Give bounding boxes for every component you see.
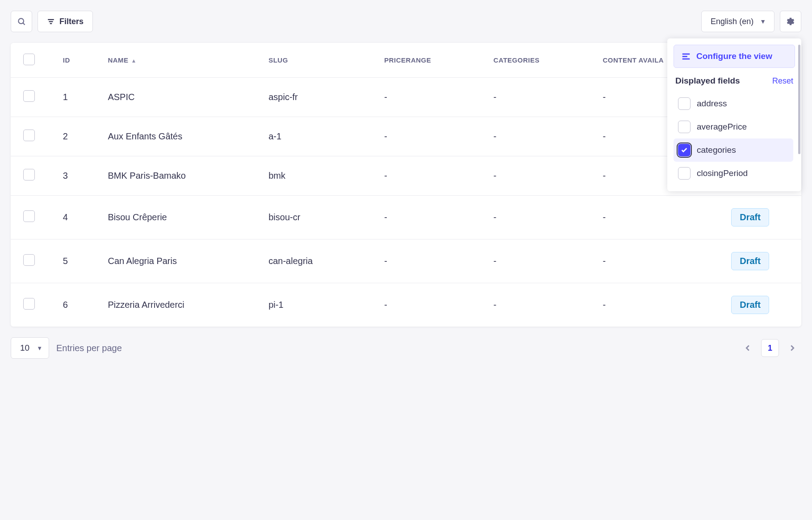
cell-categories: - — [486, 78, 596, 117]
field-option-closingPeriod[interactable]: closingPeriod — [674, 162, 793, 185]
status-badge: Draft — [731, 252, 769, 270]
filters-button[interactable]: Filters — [38, 11, 93, 32]
header-categories[interactable]: CATEGORIES — [486, 43, 596, 78]
language-select[interactable]: English (en) ▼ — [701, 11, 774, 32]
cell-slug: bmk — [261, 156, 377, 196]
field-label: address — [697, 99, 727, 109]
header-name[interactable]: NAME▲ — [100, 43, 261, 78]
row-checkbox[interactable] — [23, 210, 35, 222]
chevron-down-icon: ▼ — [760, 18, 766, 25]
cell-slug: aspic-fr — [261, 78, 377, 117]
field-checkbox[interactable] — [678, 97, 691, 110]
chevron-right-icon — [787, 343, 797, 353]
table-row[interactable]: 5 Can Alegria Paris can-alegria - - - Dr… — [11, 239, 801, 283]
cell-name: Pizzeria Arrivederci — [100, 283, 261, 327]
svg-rect-6 — [682, 56, 687, 57]
field-checkbox[interactable] — [678, 144, 691, 156]
svg-rect-3 — [49, 21, 53, 22]
sort-asc-icon: ▲ — [131, 58, 137, 64]
svg-rect-5 — [682, 54, 690, 55]
field-option-address[interactable]: address — [674, 92, 793, 115]
row-checkbox[interactable] — [23, 169, 35, 180]
svg-rect-7 — [682, 59, 690, 60]
popover-header: Displayed fields Reset — [674, 76, 795, 86]
reset-button[interactable]: Reset — [772, 76, 793, 86]
language-value: English (en) — [711, 17, 753, 26]
table-footer: 10 ▼ Entries per page 1 — [11, 337, 801, 359]
cell-categories: - — [486, 117, 596, 156]
filters-label: Filters — [59, 17, 84, 26]
search-icon — [17, 17, 26, 26]
header-checkbox-cell — [11, 43, 56, 78]
table-row[interactable]: 4 Bisou Crêperie bisou-cr - - - Draft — [11, 196, 801, 239]
select-all-checkbox[interactable] — [23, 54, 35, 65]
cell-id: 4 — [56, 196, 101, 239]
svg-rect-4 — [50, 23, 52, 24]
cell-content: - — [595, 283, 724, 327]
cell-name: Bisou Crêperie — [100, 196, 261, 239]
toolbar-right: English (en) ▼ — [701, 11, 801, 32]
field-label: averagePrice — [697, 122, 747, 132]
cell-id: 5 — [56, 239, 101, 283]
cell-slug: can-alegria — [261, 239, 377, 283]
row-checkbox[interactable] — [23, 298, 35, 310]
status-badge: Draft — [731, 296, 769, 314]
field-label: categories — [697, 145, 736, 155]
field-option-averagePrice[interactable]: averagePrice — [674, 115, 793, 138]
filter-icon — [47, 17, 55, 25]
row-checkbox[interactable] — [23, 130, 35, 141]
cell-categories: - — [486, 196, 596, 239]
cell-id: 1 — [56, 78, 101, 117]
cell-categories: - — [486, 156, 596, 196]
field-list: address averagePrice categories closingP… — [674, 92, 795, 185]
gear-icon — [786, 17, 795, 26]
configure-view-label: Configure the view — [696, 51, 772, 61]
prev-page-button[interactable] — [739, 339, 757, 357]
cell-name: Can Alegria Paris — [100, 239, 261, 283]
page-size-select[interactable]: 10 ▼ — [11, 337, 49, 359]
status-badge: Draft — [731, 208, 769, 226]
view-settings-popover: Configure the view Displayed fields Rese… — [667, 38, 801, 191]
cell-id: 3 — [56, 156, 101, 196]
cell-pricerange: - — [377, 239, 486, 283]
pagination: 1 — [739, 339, 801, 357]
header-id[interactable]: ID — [56, 43, 101, 78]
data-table-card: ID NAME▲ SLUG PRICERANGE CATEGORIES CONT… — [11, 43, 801, 327]
current-page[interactable]: 1 — [761, 339, 779, 357]
cell-content: - — [595, 196, 724, 239]
configure-view-button[interactable]: Configure the view — [674, 45, 795, 68]
field-checkbox[interactable] — [678, 167, 691, 180]
next-page-button[interactable] — [783, 339, 801, 357]
cell-categories: - — [486, 283, 596, 327]
cell-pricerange: - — [377, 78, 486, 117]
cell-pricerange: - — [377, 196, 486, 239]
table-row[interactable]: 6 Pizzeria Arrivederci pi-1 - - - Draft — [11, 283, 801, 327]
settings-button[interactable] — [780, 11, 801, 32]
displayed-fields-title: Displayed fields — [675, 76, 740, 86]
header-pricerange[interactable]: PRICERANGE — [377, 43, 486, 78]
cell-slug: pi-1 — [261, 283, 377, 327]
cell-pricerange: - — [377, 156, 486, 196]
field-option-categories[interactable]: categories — [674, 138, 793, 162]
row-checkbox[interactable] — [23, 90, 35, 102]
header-slug[interactable]: SLUG — [261, 43, 377, 78]
cell-slug: bisou-cr — [261, 196, 377, 239]
layout-icon — [681, 51, 691, 61]
cell-name: ASPIC — [100, 78, 261, 117]
field-label: closingPeriod — [697, 168, 748, 178]
cell-id: 6 — [56, 283, 101, 327]
cell-pricerange: - — [377, 283, 486, 327]
toolbar: Filters English (en) ▼ — [11, 11, 801, 32]
row-checkbox[interactable] — [23, 254, 35, 266]
cell-state: Draft — [724, 283, 801, 327]
cell-id: 2 — [56, 117, 101, 156]
popover-scrollbar[interactable] — [798, 45, 800, 185]
chevron-left-icon — [743, 343, 753, 353]
field-checkbox[interactable] — [678, 121, 691, 133]
search-button[interactable] — [11, 11, 32, 32]
cell-state: Draft — [724, 239, 801, 283]
svg-rect-2 — [48, 19, 54, 20]
toolbar-left: Filters — [11, 11, 93, 32]
page-size-value: 10 — [20, 343, 29, 353]
cell-categories: - — [486, 239, 596, 283]
